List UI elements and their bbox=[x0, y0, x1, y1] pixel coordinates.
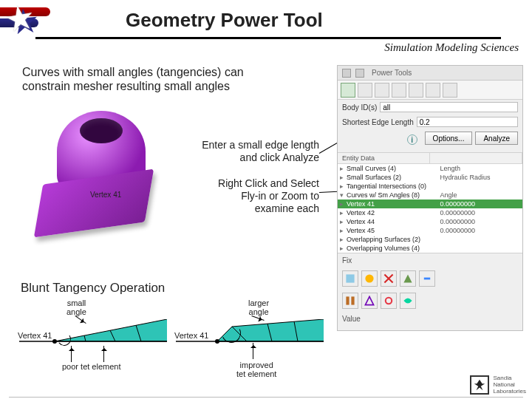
tree-header-value bbox=[430, 153, 522, 163]
svg-rect-4 bbox=[346, 296, 349, 304]
panel-pin-icon[interactable] bbox=[355, 69, 364, 78]
tree-row[interactable]: ▾Curves w/ Sm Angles (8)Angle bbox=[338, 191, 522, 200]
slide-title: Geometry Power Tool bbox=[126, 9, 323, 32]
poor-arrow-1 bbox=[71, 346, 72, 362]
toolbar-color-icon[interactable] bbox=[443, 83, 457, 98]
edge-length-input[interactable] bbox=[417, 117, 518, 127]
panel-toolbar bbox=[338, 81, 522, 100]
svg-point-23 bbox=[215, 339, 219, 344]
info-icon[interactable]: i bbox=[407, 134, 417, 145]
tree-header-entity: Entity Data bbox=[338, 153, 430, 163]
svg-point-1 bbox=[365, 274, 373, 282]
options-button[interactable]: Options... bbox=[425, 132, 473, 145]
mesh-before bbox=[19, 319, 167, 352]
poor-caption: poor tet element bbox=[62, 362, 121, 371]
footer-rule bbox=[9, 397, 523, 398]
tree-row[interactable]: ▸Small Curves (4)Length bbox=[338, 164, 522, 173]
toolbar-volume-icon[interactable] bbox=[392, 83, 406, 98]
improved-caption: improvedtet element bbox=[236, 361, 276, 378]
small-angle-label: smallangle bbox=[66, 299, 86, 316]
fix-tweak-icon[interactable] bbox=[419, 270, 435, 287]
fix-delete-icon[interactable] bbox=[381, 270, 397, 287]
fix-composite-icon[interactable] bbox=[342, 293, 358, 309]
tree-row[interactable]: ▸Small Surfaces (2)Hydraulic Radius bbox=[338, 173, 522, 182]
fix-remove-icon[interactable] bbox=[381, 293, 397, 309]
improved-arrow bbox=[253, 343, 253, 359]
larger-angle-label: largerangle bbox=[248, 299, 269, 316]
tree-row[interactable]: ▸Vertex 450.00000000 bbox=[338, 226, 522, 235]
toolbar-geometry-icon[interactable] bbox=[341, 83, 355, 98]
fix-split-icon[interactable] bbox=[342, 270, 358, 287]
power-tools-panel: Power Tools Body ID(s) Shortest Edge Len… bbox=[337, 65, 523, 331]
panel-title: Power Tools bbox=[372, 69, 412, 77]
tree-row[interactable]: ▸Vertex 420.00000000 bbox=[338, 208, 522, 217]
fix-section-label: Fix bbox=[338, 253, 522, 267]
tree-row[interactable]: ▸Overlapping Volumes (4) bbox=[338, 244, 522, 253]
fix-icon-row-1 bbox=[338, 267, 522, 290]
thunderbird-icon bbox=[470, 375, 489, 395]
part-vertex-label: Vertex 41 bbox=[90, 191, 121, 199]
fix-blunt-icon[interactable] bbox=[361, 293, 378, 309]
toolbar-measure-icon[interactable] bbox=[426, 83, 440, 98]
svg-rect-3 bbox=[424, 278, 430, 280]
toolbar-select-icon[interactable] bbox=[375, 83, 389, 98]
tree-row[interactable]: ▸Overlapping Surfaces (2) bbox=[338, 235, 522, 244]
svg-rect-5 bbox=[351, 296, 354, 304]
tree-row[interactable]: ▸Vertex 410.00000000 bbox=[338, 200, 522, 208]
poor-arrow-2 bbox=[103, 346, 104, 362]
hint-enter-edge: Enter a small edge length and click Anal… bbox=[200, 139, 319, 164]
svg-marker-2 bbox=[403, 274, 412, 282]
edge-length-label: Shortest Edge Length bbox=[342, 118, 414, 126]
fix-regularize-icon[interactable] bbox=[400, 293, 416, 309]
toolbar-inspect-icon[interactable] bbox=[409, 83, 423, 98]
panel-close-icon[interactable] bbox=[342, 69, 351, 78]
body-id-input[interactable] bbox=[380, 102, 518, 112]
description-text: Curves with small angles (tangencies) ca… bbox=[22, 65, 288, 93]
value-section-label: Value bbox=[338, 312, 522, 326]
hint-right-click: Right Click and Select Fly-in or Zoom to… bbox=[200, 177, 319, 215]
part-3d-illustration: Vertex 41 bbox=[24, 103, 171, 244]
panel-header: Power Tools bbox=[338, 66, 522, 81]
mesh-after bbox=[176, 319, 324, 352]
sandia-logo: Sandia National Laboratories bbox=[470, 375, 526, 395]
diagnostics-tree[interactable]: Entity Data ▸Small Curves (4)Length▸Smal… bbox=[338, 152, 522, 253]
analyze-button[interactable]: Analyze bbox=[475, 132, 518, 145]
svg-rect-0 bbox=[346, 274, 354, 282]
toolbar-mesh-icon[interactable] bbox=[358, 83, 372, 98]
slide-subtitle: Simulation Modeling Sciences bbox=[384, 41, 519, 54]
fix-icon-row-2 bbox=[338, 290, 522, 312]
fix-merge-icon[interactable] bbox=[361, 270, 378, 287]
tree-row[interactable]: ▸Tangential Intersections (0) bbox=[338, 182, 522, 191]
fix-collapse-icon[interactable] bbox=[400, 270, 416, 287]
section-title: Blunt Tangency Operation bbox=[21, 281, 165, 296]
title-rule bbox=[35, 37, 501, 39]
svg-point-6 bbox=[386, 298, 392, 304]
header-decoration: ★ ★ bbox=[0, 0, 103, 41]
body-id-label: Body ID(s) bbox=[342, 103, 377, 112]
svg-point-14 bbox=[52, 339, 57, 344]
tree-row[interactable]: ▸Vertex 440.00000000 bbox=[338, 217, 522, 226]
